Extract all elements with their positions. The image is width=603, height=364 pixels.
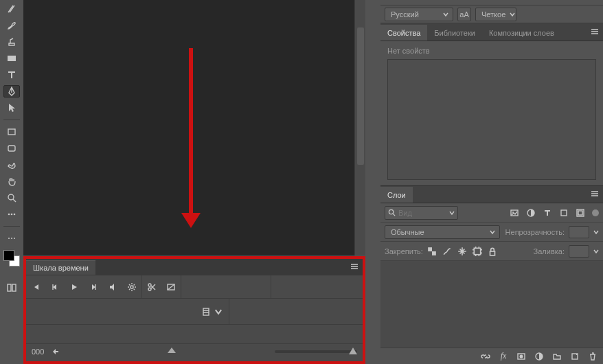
svg-point-29 [520, 354, 523, 358]
svg-rect-0 [8, 56, 16, 61]
properties-panel-body: Нет свойств [380, 41, 603, 185]
language-dropdown[interactable]: Русский [385, 8, 453, 21]
lock-image-icon[interactable] [442, 247, 452, 256]
svg-rect-1 [8, 129, 15, 135]
svg-rect-27 [490, 251, 494, 255]
next-frame-button[interactable] [84, 275, 103, 299]
language-value: Русский [391, 10, 419, 19]
timeline-tracks-area[interactable] [26, 325, 363, 344]
opacity-input[interactable] [569, 226, 589, 238]
fill-label: Заливка: [534, 247, 565, 255]
timeline-settings-button[interactable] [122, 275, 141, 299]
layer-style-icon[interactable]: fx [499, 352, 508, 361]
filter-type-icon[interactable] [543, 208, 552, 218]
svg-point-14 [148, 288, 151, 291]
svg-rect-26 [474, 248, 480, 254]
svg-point-8 [11, 238, 12, 239]
zoom-tool[interactable] [3, 192, 20, 204]
collapse-panels-icon[interactable] [3, 282, 20, 294]
fill-input[interactable] [569, 245, 589, 258]
svg-point-7 [8, 238, 10, 239]
svg-point-9 [14, 238, 15, 239]
svg-rect-25 [432, 251, 436, 255]
svg-point-17 [389, 209, 393, 214]
group-layers-icon[interactable] [552, 352, 562, 361]
vertical-scrollbar[interactable] [354, 0, 365, 255]
delete-layer-icon[interactable] [588, 352, 598, 361]
layers-panel-menu-icon[interactable] [587, 186, 603, 203]
transition-button[interactable] [161, 275, 181, 299]
right-panel-stack: Русский aA Четкое Свойства Библиотеки Ко… [380, 0, 603, 364]
tab-layer-comps[interactable]: Композиции слоев [482, 25, 561, 41]
layers-list[interactable] [380, 261, 603, 348]
timeline-panel: Шкала времени 000 [23, 256, 365, 364]
svg-rect-10 [8, 284, 11, 291]
timeline-controls [26, 275, 363, 299]
gradient-tool[interactable] [3, 52, 20, 65]
layer-mask-icon[interactable] [516, 352, 526, 361]
brush-tool[interactable] [3, 19, 20, 32]
lock-position-icon[interactable] [457, 247, 467, 256]
playhead-handle[interactable] [168, 348, 176, 353]
filter-pixel-icon[interactable] [510, 208, 519, 218]
adjustment-layer-icon[interactable] [534, 352, 544, 361]
split-clip-button[interactable] [142, 275, 161, 299]
color-swatches[interactable] [3, 250, 20, 266]
tab-libraries[interactable]: Библиотеки [427, 25, 482, 41]
hand-tool[interactable] [3, 175, 20, 187]
freeform-tool[interactable] [3, 159, 20, 171]
play-button[interactable] [65, 275, 84, 299]
chevron-down-icon[interactable] [593, 228, 599, 236]
filter-toggle-switch[interactable] [592, 209, 599, 216]
svg-point-6 [14, 214, 16, 216]
chevron-down-icon [443, 10, 448, 19]
tab-properties[interactable]: Свойства [380, 25, 427, 41]
go-to-first-frame-button[interactable] [26, 275, 45, 299]
document-canvas[interactable] [23, 0, 354, 255]
anti-alias-button[interactable]: aA [457, 8, 471, 21]
svg-point-5 [11, 214, 13, 216]
filter-shape-icon[interactable] [559, 208, 569, 218]
convert-frames-icon[interactable] [51, 347, 60, 356]
timeline-tab[interactable]: Шкала времени [26, 260, 95, 275]
svg-rect-2 [8, 146, 15, 151]
filter-adjustment-icon[interactable] [526, 208, 536, 218]
lock-all-icon[interactable] [488, 247, 497, 256]
chevron-down-icon[interactable] [593, 247, 599, 255]
rounded-rectangle-tool[interactable] [3, 142, 20, 155]
chevron-down-icon [449, 209, 455, 217]
foreground-color-swatch[interactable] [3, 250, 14, 261]
anti-alias-dropdown[interactable]: Четкое [475, 8, 516, 21]
pen-tool[interactable] [3, 85, 20, 98]
new-layer-icon[interactable] [570, 352, 580, 361]
healing-brush-tool[interactable] [3, 3, 20, 15]
blend-mode-dropdown[interactable]: Обычные [385, 225, 500, 239]
type-tool[interactable] [3, 69, 20, 81]
sharpness-value: Четкое [481, 10, 505, 19]
audio-mute-button[interactable] [103, 275, 122, 299]
link-layers-icon[interactable] [481, 352, 490, 361]
layer-filter-dropdown[interactable] [385, 206, 458, 220]
rectangle-tool[interactable] [3, 126, 20, 138]
clone-stamp-tool[interactable] [3, 36, 20, 48]
layers-footer: fx [380, 348, 603, 364]
layer-filter-input[interactable] [398, 209, 446, 217]
timeline-zoom-slider[interactable] [275, 350, 357, 353]
svg-rect-21 [561, 210, 567, 216]
chevron-down-icon[interactable] [214, 307, 223, 317]
properties-panel-menu-icon[interactable] [587, 24, 603, 41]
lock-artboard-icon[interactable] [473, 247, 482, 256]
type-options-bar: Русский aA Четкое [380, 5, 603, 23]
edit-toolbar-icon[interactable] [3, 208, 20, 220]
track-options-icon[interactable] [201, 307, 211, 317]
svg-point-4 [8, 214, 10, 216]
more-options-icon[interactable] [3, 232, 20, 244]
path-selection-tool[interactable] [3, 102, 20, 114]
timeline-panel-menu-icon[interactable] [346, 262, 363, 273]
lock-transparency-icon[interactable] [427, 247, 437, 256]
svg-rect-24 [428, 247, 432, 251]
previous-frame-button[interactable] [45, 275, 65, 299]
tab-layers[interactable]: Слои [380, 187, 413, 203]
filter-smart-icon[interactable] [576, 208, 585, 218]
chevron-down-icon [490, 228, 495, 236]
